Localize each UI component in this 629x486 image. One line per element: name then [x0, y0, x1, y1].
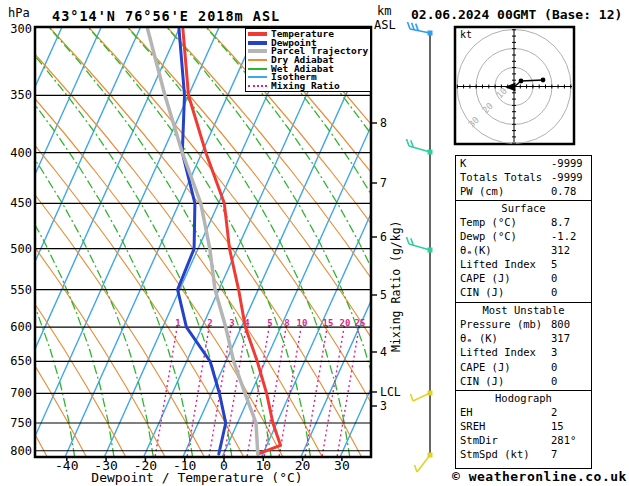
table-row-label: PW (cm) — [460, 185, 504, 197]
mixing-ratio-value-label: 20 — [340, 318, 351, 328]
pressure-tick-label: 500 — [10, 242, 32, 256]
legend-box: TemperatureDewpointParcel TrajectoryDry … — [245, 28, 371, 92]
table-row-value: 800 — [551, 317, 570, 331]
table-row-label: θₑ(K) — [460, 244, 492, 256]
pressure-tick-label: 700 — [10, 386, 32, 400]
mixing-ratio-line — [337, 326, 359, 456]
pressure-tick-label: 750 — [10, 416, 32, 430]
temp-tick-label: -10 — [173, 458, 196, 473]
table-row: CIN (J)0 — [456, 285, 591, 299]
pressure-tick-label: 800 — [10, 444, 32, 458]
table-row-value: 0 — [551, 285, 557, 299]
km-tick-label: 4 — [380, 345, 387, 359]
table-row-label: θₑ (K) — [460, 332, 498, 344]
table-row: SREH15 — [456, 419, 591, 433]
wind-barb-staff — [417, 455, 430, 472]
table-row-value: 3 — [551, 345, 557, 359]
table-row-value: 0 — [551, 360, 557, 374]
table-row: Lifted Index3 — [456, 345, 591, 359]
table-row: Dewp (°C)-1.2 — [456, 229, 591, 243]
km-tick-label: 7 — [380, 176, 387, 190]
mixing-ratio-value-label: 3 — [229, 318, 234, 328]
skewt-sounding-page: 3003504004505005506006507007508001234581… — [0, 0, 629, 486]
km-tick-label: 5 — [380, 288, 387, 302]
table-row-value: 0 — [551, 374, 557, 388]
table-row-value: 312 — [551, 243, 570, 257]
table-row-label: Lifted Index — [460, 346, 536, 358]
table-row: Pressure (mb)800 — [456, 317, 591, 331]
table-row: EH2 — [456, 405, 591, 419]
mixing-ratio-value-label: 25 — [355, 318, 366, 328]
table-row-label: EH — [460, 406, 473, 418]
pressure-tick-label: 600 — [10, 320, 32, 334]
table-row-value: 0 — [551, 271, 557, 285]
wet-adiabat-line — [8, 25, 232, 457]
mixing-ratio-value-label: 2 — [207, 318, 212, 328]
table-row: CAPE (J)0 — [456, 360, 591, 374]
table-row: Totals Totals-9999 — [456, 170, 591, 184]
hodograph-unit-label: kt — [460, 29, 472, 40]
mixing-ratio-value-label: 1 — [175, 318, 180, 328]
table-row-label: Dewp (°C) — [460, 230, 517, 242]
legend-swatch — [248, 85, 267, 87]
table-row-label: SREH — [460, 420, 485, 432]
table-row: K-9999 — [456, 156, 591, 170]
table-row-label: StmSpd (kt) — [460, 448, 530, 460]
legend-swatch — [248, 41, 267, 45]
surface-table: SurfaceTemp (°C)8.7Dewp (°C)-1.2θₑ(K)312… — [455, 200, 592, 304]
table-row-label: K — [460, 157, 466, 169]
table-row: Temp (°C)8.7 — [456, 215, 591, 229]
mixing-ratio-value-label: 10 — [297, 318, 308, 328]
temp-tick-label: 10 — [255, 458, 271, 473]
wind-barb-staff — [409, 146, 430, 152]
table-row: StmSpd (kt)7 — [456, 447, 591, 461]
table-row: θₑ (K)317 — [456, 331, 591, 345]
km-tick-label: 3 — [380, 399, 387, 413]
table-row: PW (cm)0.78 — [456, 184, 591, 198]
table-row: θₑ(K)312 — [456, 243, 591, 257]
pressure-tick-label: 450 — [10, 196, 32, 210]
legend-swatch — [248, 76, 267, 78]
pressure-tick-label: 550 — [10, 283, 32, 297]
temp-tick-label: -40 — [55, 458, 78, 473]
temp-tick-label: 30 — [334, 458, 350, 473]
legend-swatch — [248, 68, 267, 70]
table-row-value: -9999 — [551, 170, 583, 184]
table-row: StmDir281° — [456, 433, 591, 447]
pressure-tick-label: 350 — [10, 88, 32, 102]
mixing-ratio-value-label: 5 — [267, 318, 272, 328]
wind-barb-staff — [410, 29, 430, 33]
mixing-ratio-value-label: 8 — [284, 318, 289, 328]
temp-tick-label: 20 — [295, 458, 311, 473]
temp-tick-label: -20 — [134, 458, 157, 473]
hodograph-trace-dot — [519, 79, 524, 84]
table-section-header: Hodograph — [456, 391, 591, 405]
pressure-tick-label: 300 — [10, 22, 32, 36]
hodograph-trace-dot — [541, 78, 546, 83]
table-row-label: CAPE (J) — [460, 272, 511, 284]
table-row-value: 15 — [551, 419, 564, 433]
table-row-value: 8.7 — [551, 215, 570, 229]
wet-adiabat-line — [47, 25, 271, 457]
most-unstable-table: Most UnstablePressure (mb)800θₑ (K)317Li… — [455, 302, 592, 391]
temp-tick-label: -30 — [94, 458, 117, 473]
table-row-value: -9999 — [551, 156, 583, 170]
legend-swatch — [248, 59, 267, 61]
legend-label: Mixing Ratio — [271, 82, 340, 90]
table-row-label: CAPE (J) — [460, 361, 511, 373]
table-row: CIN (J)0 — [456, 374, 591, 388]
hodograph-table: HodographEH2SREH15StmDir281°StmSpd (kt)7 — [455, 390, 592, 469]
wind-barb-feather — [407, 237, 410, 244]
table-row-label: StmDir — [460, 434, 498, 446]
table-row-value: -1.2 — [551, 229, 576, 243]
table-row-value: 281° — [551, 433, 576, 447]
table-row-label: Pressure (mb) — [460, 318, 542, 330]
table-row: Lifted Index5 — [456, 257, 591, 271]
table-section-header: Most Unstable — [456, 303, 591, 317]
table-row-label: Lifted Index — [460, 258, 536, 270]
mixing-ratio-value-label: 15 — [323, 318, 334, 328]
table-row-value: 2 — [551, 405, 557, 419]
pressure-tick-label: 650 — [10, 354, 32, 368]
legend-swatch — [248, 32, 267, 36]
legend-swatch — [248, 49, 267, 53]
